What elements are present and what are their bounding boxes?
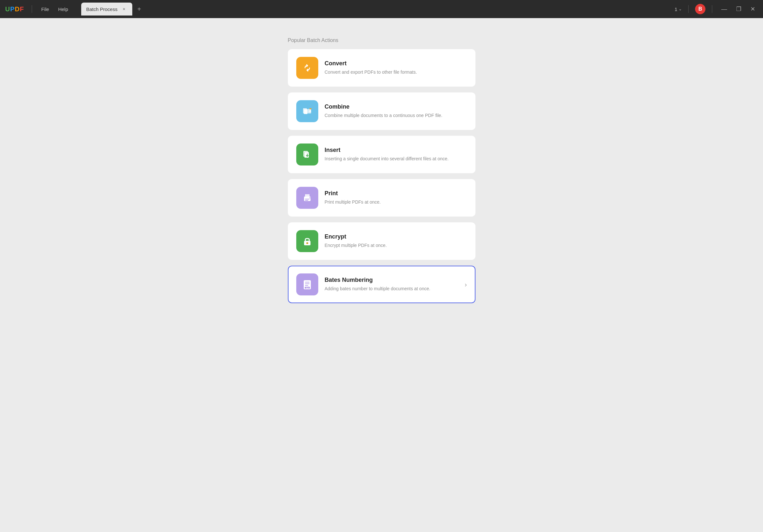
- bates-desc: Adding bates number to multiple document…: [325, 285, 458, 292]
- print-icon: [300, 191, 314, 205]
- combine-desc: Combine multiple documents to a continuo…: [325, 112, 467, 119]
- svg-point-14: [309, 198, 310, 199]
- svg-rect-0: [300, 61, 314, 75]
- combine-text: Combine Combine multiple documents to a …: [325, 103, 467, 119]
- svg-rect-3: [304, 109, 308, 114]
- titlebar: UPDF File Help Batch Process × + 1 ⌄ B —…: [0, 0, 763, 18]
- tab-batch-process[interactable]: Batch Process ×: [81, 3, 133, 16]
- section-title: Popular Batch Actions: [288, 38, 476, 43]
- insert-icon-bg: [296, 143, 318, 165]
- bates-title: Bates Numbering: [325, 277, 458, 284]
- combine-icon: [300, 104, 314, 118]
- tab-bar: Batch Process × +: [81, 0, 672, 18]
- insert-icon: [300, 148, 314, 161]
- main-content: Popular Batch Actions Convert Convert an…: [0, 18, 763, 532]
- svg-text:012: 012: [306, 287, 309, 289]
- convert-icon-bg: [296, 57, 318, 79]
- svg-rect-4: [308, 109, 311, 114]
- app-logo[interactable]: UPDF: [5, 6, 24, 13]
- combine-title: Combine: [325, 103, 467, 110]
- action-card-convert[interactable]: Convert Convert and export PDFs to other…: [288, 49, 476, 87]
- encrypt-icon-bg: [296, 230, 318, 252]
- user-avatar[interactable]: B: [695, 4, 706, 14]
- bates-icon: 012: [300, 278, 314, 291]
- tab-add-button[interactable]: +: [134, 4, 144, 14]
- svg-rect-13: [305, 200, 308, 201]
- titlebar-right: 1 ⌄ B — ❐ ✕: [675, 4, 758, 14]
- svg-point-18: [307, 242, 308, 244]
- svg-rect-5: [309, 108, 311, 109]
- menu-file[interactable]: File: [37, 5, 53, 14]
- bates-icon-bg: 012: [296, 273, 318, 296]
- action-card-print[interactable]: Print Print multiple PDFs at once.: [288, 179, 476, 217]
- encrypt-text: Encrypt Encrypt multiple PDFs at once.: [325, 233, 467, 249]
- encrypt-desc: Encrypt multiple PDFs at once.: [325, 242, 467, 249]
- bates-text: Bates Numbering Adding bates number to m…: [325, 277, 458, 292]
- tab-label: Batch Process: [86, 6, 118, 12]
- convert-text: Convert Convert and export PDFs to other…: [325, 60, 467, 76]
- print-desc: Print multiple PDFs at once.: [325, 199, 467, 206]
- action-card-encrypt[interactable]: Encrypt Encrypt multiple PDFs at once.: [288, 222, 476, 260]
- batch-container: Popular Batch Actions Convert Convert an…: [288, 38, 476, 309]
- menu-bar: File Help: [37, 5, 72, 14]
- close-button[interactable]: ✕: [748, 4, 758, 14]
- print-title: Print: [325, 190, 467, 197]
- maximize-button[interactable]: ❐: [733, 4, 744, 14]
- window-count[interactable]: 1 ⌄: [675, 6, 682, 12]
- action-card-bates[interactable]: 012 Bates Numbering Adding bates number …: [288, 266, 476, 303]
- combine-icon-bg: [296, 100, 318, 122]
- encrypt-icon: [300, 234, 314, 248]
- encrypt-title: Encrypt: [325, 233, 467, 240]
- bates-arrow: ›: [465, 281, 467, 288]
- convert-icon: [300, 61, 314, 75]
- print-icon-bg: [296, 187, 318, 209]
- minimize-button[interactable]: —: [719, 5, 730, 14]
- tab-close-button[interactable]: ×: [121, 6, 127, 12]
- menu-help[interactable]: Help: [54, 5, 72, 14]
- svg-rect-12: [305, 199, 309, 200]
- svg-rect-11: [305, 194, 309, 198]
- convert-title: Convert: [325, 60, 467, 67]
- titlebar-divider-3: [712, 5, 712, 13]
- insert-text: Insert Inserting a single document into …: [325, 147, 467, 162]
- titlebar-divider: [32, 5, 32, 13]
- insert-title: Insert: [325, 147, 467, 153]
- svg-rect-8: [304, 152, 309, 158]
- insert-desc: Inserting a single document into several…: [325, 155, 467, 162]
- convert-desc: Convert and export PDFs to other file fo…: [325, 69, 467, 76]
- action-card-insert[interactable]: Insert Inserting a single document into …: [288, 136, 476, 173]
- titlebar-divider-2: [688, 5, 689, 13]
- print-text: Print Print multiple PDFs at once.: [325, 190, 467, 206]
- action-card-combine[interactable]: Combine Combine multiple documents to a …: [288, 92, 476, 130]
